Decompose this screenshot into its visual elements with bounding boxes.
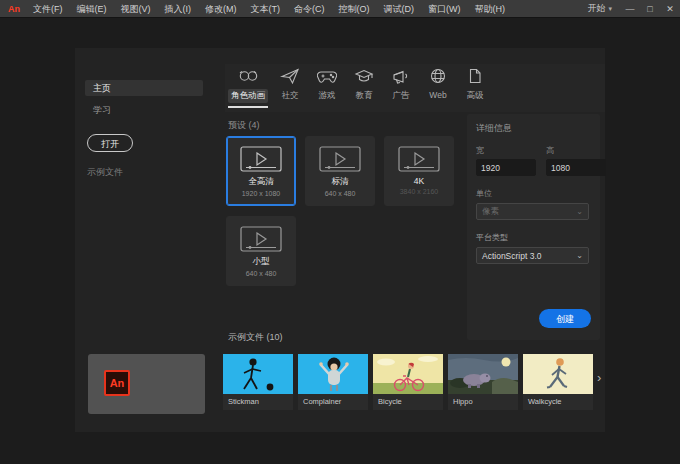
document-icon <box>464 66 486 86</box>
title-menu-bar: An 文件(F) 编辑(E) 视图(V) 插入(I) 修改(M) 文本(T) 命… <box>0 0 680 18</box>
preset-sd[interactable]: 标清 640 x 480 <box>305 136 375 206</box>
tab-education[interactable]: 教育 <box>346 64 382 108</box>
close-button[interactable]: ✕ <box>660 0 680 18</box>
preset-name: 4K <box>414 176 424 186</box>
tab-label: 教育 <box>353 89 376 103</box>
tab-label: 高级 <box>464 89 487 103</box>
chevron-down-icon: ⌄ <box>576 208 583 216</box>
tab-games[interactable]: 游戏 <box>309 64 345 108</box>
sample-files-row: Stickman Complainer <box>223 354 593 410</box>
workspace-switcher[interactable]: 开始 ▾ <box>579 2 620 15</box>
preset-grid: 全高清 1920 x 1080 标清 640 x 480 4K 3840 x 2… <box>226 136 454 286</box>
sidebar-item-sample-files[interactable]: 示例文件 <box>87 166 123 179</box>
menu-help[interactable]: 帮助(H) <box>468 0 513 18</box>
sample-name: Bicycle <box>373 394 443 410</box>
menu-modify[interactable]: 修改(M) <box>198 0 244 18</box>
height-label: 高 <box>546 145 606 156</box>
character-face-icon <box>237 66 259 86</box>
tab-social[interactable]: 社交 <box>272 64 308 108</box>
preset-resolution: 1920 x 1080 <box>242 190 281 197</box>
open-button[interactable]: 打开 <box>87 134 133 152</box>
menu-file[interactable]: 文件(F) <box>26 0 70 18</box>
animate-logo-icon: An <box>0 4 26 14</box>
complainer-thumbnail <box>298 354 368 394</box>
tab-underline <box>344 106 384 108</box>
height-input[interactable] <box>546 159 606 176</box>
preset-resolution: 3840 x 2160 <box>400 188 439 195</box>
category-tabs: 角色动画 社交 游戏 <box>225 64 605 112</box>
video-player-icon <box>240 146 282 172</box>
platform-value: ActionScript 3.0 <box>482 251 542 261</box>
menu-control[interactable]: 控制(O) <box>332 0 377 18</box>
video-player-icon <box>398 146 440 172</box>
sample-name: Walkcycle <box>523 394 593 410</box>
tab-label: 社交 <box>279 89 302 103</box>
tab-active-underline <box>228 106 268 108</box>
menu-text[interactable]: 文本(T) <box>244 0 288 18</box>
hippo-thumbnail <box>448 354 518 394</box>
create-button[interactable]: 创建 <box>539 309 591 328</box>
tab-ads[interactable]: 广告 <box>383 64 419 108</box>
menu-debug[interactable]: 调试(D) <box>377 0 422 18</box>
sample-files-header: 示例文件 (10) <box>228 331 283 344</box>
animate-app-icon: An <box>104 370 130 396</box>
video-player-icon <box>240 226 282 252</box>
sidebar-item-home[interactable]: 主页 <box>85 80 203 96</box>
preset-resolution: 640 x 480 <box>246 270 277 277</box>
tab-underline <box>455 106 495 108</box>
preset-name: 全高清 <box>248 176 274 188</box>
tab-advanced[interactable]: 高级 <box>457 64 493 108</box>
presets-header: 预设 (4) <box>228 119 260 132</box>
tab-underline <box>270 106 310 108</box>
width-input[interactable] <box>476 159 536 176</box>
sample-bicycle[interactable]: Bicycle <box>373 354 443 410</box>
tab-label: 角色动画 <box>228 89 268 103</box>
tab-label: Web <box>426 89 449 101</box>
sample-name: Hippo <box>448 394 518 410</box>
preset-name: 小型 <box>253 256 270 268</box>
units-dropdown[interactable]: 像素 ⌄ <box>476 203 589 220</box>
promo-banner[interactable]: An <box>88 354 205 414</box>
sample-name: Stickman <box>223 394 293 410</box>
welcome-screen: 主页 学习 打开 示例文件 An 角色动画 社交 <box>75 48 605 432</box>
menu-edit[interactable]: 编辑(E) <box>70 0 114 18</box>
details-header: 详细信息 <box>476 122 591 135</box>
gamepad-icon <box>316 66 338 86</box>
sample-stickman[interactable]: Stickman <box>223 354 293 410</box>
width-label: 宽 <box>476 145 536 156</box>
preset-4k[interactable]: 4K 3840 x 2160 <box>384 136 454 206</box>
details-panel: 详细信息 宽 高 单位 像素 ⌄ 平台类型 ActionScript 3.0 ⌄… <box>467 114 600 340</box>
bicycle-thumbnail <box>373 354 443 394</box>
scroll-right-arrow[interactable]: › <box>597 370 601 385</box>
preset-small[interactable]: 小型 640 x 480 <box>226 216 296 286</box>
maximize-button[interactable]: □ <box>640 0 660 18</box>
platform-dropdown[interactable]: ActionScript 3.0 ⌄ <box>476 247 589 264</box>
menu-commands[interactable]: 命令(C) <box>287 0 332 18</box>
minimize-button[interactable]: — <box>620 0 640 18</box>
tab-underline <box>418 104 458 106</box>
sample-name: Complainer <box>298 394 368 410</box>
tab-character-animation[interactable]: 角色动画 <box>225 64 271 108</box>
preset-name: 标清 <box>332 176 349 188</box>
tab-web[interactable]: Web <box>420 64 456 106</box>
units-label: 单位 <box>476 188 492 199</box>
sample-complainer[interactable]: Complainer <box>298 354 368 410</box>
tab-label: 游戏 <box>316 89 339 103</box>
paper-plane-icon <box>279 66 301 86</box>
menu-view[interactable]: 视图(V) <box>114 0 158 18</box>
tab-underline <box>381 106 421 108</box>
workspace-label: 开始 <box>587 2 605 15</box>
chevron-down-icon: ⌄ <box>576 252 583 260</box>
sample-hippo[interactable]: Hippo <box>448 354 518 410</box>
walkcycle-thumbnail <box>523 354 593 394</box>
menu-window[interactable]: 窗口(W) <box>421 0 468 18</box>
video-player-icon <box>319 146 361 172</box>
megaphone-icon <box>390 66 412 86</box>
stickman-thumbnail <box>223 354 293 394</box>
globe-icon <box>427 66 449 86</box>
sidebar-item-learn[interactable]: 学习 <box>85 102 203 118</box>
sample-walkcycle[interactable]: Walkcycle <box>523 354 593 410</box>
tab-underline <box>307 106 347 108</box>
menu-insert[interactable]: 插入(I) <box>158 0 199 18</box>
preset-full-hd[interactable]: 全高清 1920 x 1080 <box>226 136 296 206</box>
